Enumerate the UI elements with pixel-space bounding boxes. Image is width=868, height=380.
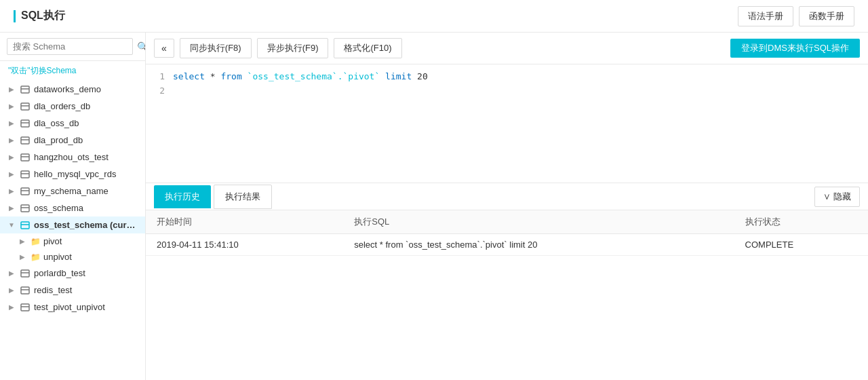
sync-execute-button[interactable]: 同步执行(F8) xyxy=(180,38,252,58)
col-start-time: 开始时间 xyxy=(146,210,343,234)
header-buttons: 语法手册 函数手册 xyxy=(738,6,854,26)
schema-item-dla-oss-db[interactable]: ▶ dla_oss_db xyxy=(0,115,145,132)
db-icon xyxy=(20,102,31,111)
sub-item-unpivot[interactable]: ▶ 📁 unpivot xyxy=(0,249,145,265)
cell-sql: select * from `oss_test_schema`.`pivot` … xyxy=(343,234,734,256)
folder-icon: 📁 xyxy=(31,237,40,246)
db-icon xyxy=(20,303,31,312)
db-icon xyxy=(20,221,31,230)
chevron-right-icon: ▶ xyxy=(7,303,16,312)
db-icon xyxy=(20,119,31,128)
schema-label: dla_prod_db xyxy=(34,135,138,145)
sub-item-label: pivot xyxy=(43,236,138,246)
schema-item-hangzhou-ots-test[interactable]: ▶ hangzhou_ots_test xyxy=(0,149,145,166)
schema-item-hello-mysql-vpc-rds[interactable]: ▶ hello_mysql_vpc_rds xyxy=(0,166,145,183)
sub-item-label: unpivot xyxy=(43,252,138,262)
chevron-right-icon: ▶ xyxy=(7,204,16,213)
editor-line-1: select * from `oss_test_schema`.`pivot` … xyxy=(173,70,868,84)
search-icon[interactable]: 🔍 xyxy=(137,41,146,52)
chevron-down-icon: ▼ xyxy=(7,221,16,230)
schema-item-dla-orders-db[interactable]: ▶ dla_orders_db xyxy=(0,98,145,115)
cell-status: COMPLETE xyxy=(734,234,868,256)
search-bar: 🔍 xyxy=(0,33,145,61)
page-title: SQL执行 xyxy=(14,9,65,23)
col-status: 执行状态 xyxy=(734,210,868,234)
folder-icon: 📁 xyxy=(31,252,40,262)
function-manual-button[interactable]: 函数手册 xyxy=(799,6,854,26)
col-sql: 执行SQL xyxy=(343,210,734,234)
schema-label: redis_test xyxy=(34,285,138,295)
schema-item-dla-prod-db[interactable]: ▶ dla_prod_db xyxy=(0,132,145,149)
line-num-2: 2 xyxy=(151,84,165,98)
schema-label: hangzhou_ots_test xyxy=(34,152,138,162)
chevron-right-icon: ▶ xyxy=(7,170,16,179)
svg-rect-0 xyxy=(21,86,29,93)
schema-item-oss-test-schema[interactable]: ▼ oss_test_schema (current) xyxy=(0,216,145,233)
schema-item-porlardb-test[interactable]: ▶ porlardb_test xyxy=(0,265,145,282)
line-num-1: 1 xyxy=(151,70,165,84)
sql-limit-value: 20 xyxy=(417,71,428,81)
editor-area[interactable]: 1 2 select * from `oss_test_schema`.`piv… xyxy=(146,64,868,183)
toolbar: « 同步执行(F8) 异步执行(F9) 格式化(F10) 登录到DMS来执行SQ… xyxy=(146,33,868,64)
table-header-row: 开始时间 执行SQL 执行状态 xyxy=(146,210,868,234)
schema-item-my-schema-name[interactable]: ▶ my_schema_name xyxy=(0,183,145,200)
editor-content[interactable]: select * from `oss_test_schema`.`pivot` … xyxy=(170,70,868,177)
chevron-right-icon: ▶ xyxy=(7,119,16,128)
bottom-tabs: 执行历史 执行结果 ∨ 隐藏 xyxy=(146,183,868,210)
schema-item-dataworks-demo[interactable]: ▶ dataworks_demo xyxy=(0,81,145,98)
double-arrow-button[interactable]: « xyxy=(154,39,174,58)
sql-select-keyword: select xyxy=(173,71,205,81)
chevron-right-icon: ▶ xyxy=(18,252,27,262)
schema-label: porlardb_test xyxy=(34,268,138,278)
hide-button[interactable]: ∨ 隐藏 xyxy=(814,187,860,207)
db-icon xyxy=(20,286,31,295)
schema-label: my_schema_name xyxy=(34,186,138,196)
editor-line-2 xyxy=(173,84,868,98)
svg-rect-22 xyxy=(21,304,29,311)
tab-history[interactable]: 执行历史 xyxy=(154,185,211,208)
schema-item-redis-test[interactable]: ▶ redis_test xyxy=(0,282,145,299)
db-icon xyxy=(20,170,31,179)
sub-item-pivot[interactable]: ▶ 📁 pivot xyxy=(0,233,145,249)
dms-login-button[interactable]: 登录到DMS来执行SQL操作 xyxy=(730,39,860,58)
search-input[interactable] xyxy=(7,38,133,55)
sql-table-name: `oss_test_schema`.`pivot` xyxy=(248,71,380,81)
svg-rect-18 xyxy=(21,270,29,277)
results-area: 开始时间 执行SQL 执行状态 2019-04-11 15:41:10 sele… xyxy=(146,210,868,380)
schema-label-current: oss_test_schema (current) xyxy=(34,220,138,230)
switch-schema-hint[interactable]: "双击"切换Schema xyxy=(0,61,145,81)
sql-star: * xyxy=(210,71,221,81)
svg-rect-16 xyxy=(21,222,29,229)
chevron-right-icon: ▶ xyxy=(7,269,16,278)
schema-label: test_pivot_unpivot xyxy=(34,302,138,312)
db-icon xyxy=(20,153,31,162)
header: SQL执行 语法手册 函数手册 xyxy=(0,0,868,33)
schema-label: dla_orders_db xyxy=(34,101,138,111)
sql-limit-keyword: limit xyxy=(385,71,412,81)
main-layout: 🔍 "双击"切换Schema ▶ dataworks_demo ▶ dla_or… xyxy=(0,33,868,380)
chevron-right-icon: ▶ xyxy=(7,85,16,94)
schema-label: dla_oss_db xyxy=(34,118,138,128)
svg-rect-4 xyxy=(21,120,29,127)
db-icon xyxy=(20,136,31,145)
schema-label: hello_mysql_vpc_rds xyxy=(34,169,138,179)
chevron-right-icon: ▶ xyxy=(7,102,16,111)
chevron-right-icon: ▶ xyxy=(7,286,16,295)
schema-label: dataworks_demo xyxy=(34,84,138,94)
tab-result[interactable]: 执行结果 xyxy=(214,185,272,209)
grammar-manual-button[interactable]: 语法手册 xyxy=(738,6,793,26)
svg-rect-12 xyxy=(21,188,29,195)
schema-item-test-pivot-unpivot[interactable]: ▶ test_pivot_unpivot xyxy=(0,299,145,316)
format-button[interactable]: 格式化(F10) xyxy=(334,38,401,58)
svg-rect-8 xyxy=(21,154,29,161)
db-icon xyxy=(20,85,31,94)
chevron-right-icon: ▶ xyxy=(7,136,16,145)
db-icon xyxy=(20,187,31,196)
async-execute-button[interactable]: 异步执行(F9) xyxy=(257,38,329,58)
svg-rect-10 xyxy=(21,171,29,178)
schema-item-oss-schema[interactable]: ▶ oss_schema xyxy=(0,200,145,216)
table-row: 2019-04-11 15:41:10 select * from `oss_t… xyxy=(146,234,868,256)
schema-label: oss_schema xyxy=(34,203,138,213)
chevron-right-icon: ▶ xyxy=(18,237,27,246)
svg-rect-14 xyxy=(21,205,29,212)
